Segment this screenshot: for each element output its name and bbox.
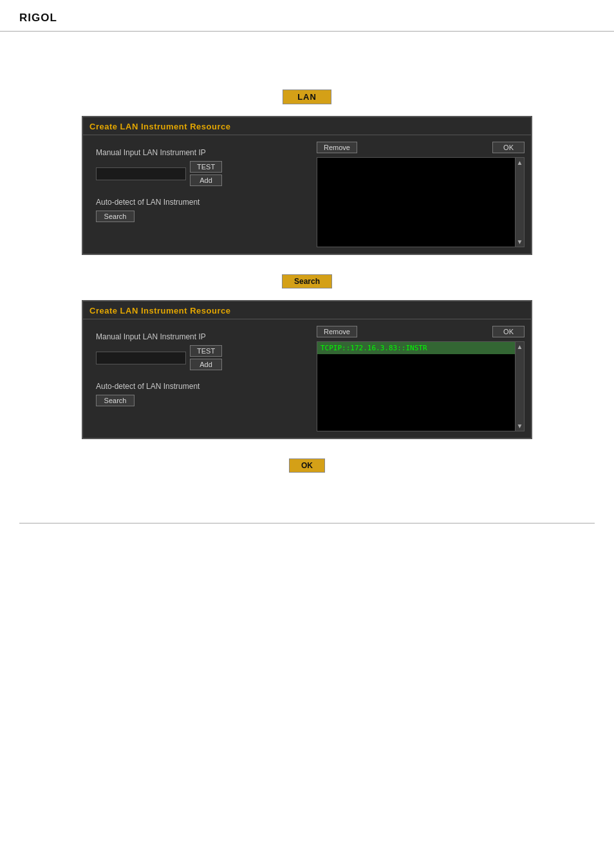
dialog1-input-row: TEST Add (96, 161, 304, 186)
dialog2-title: Create LAN Instrument Resource (89, 306, 230, 316)
dialog1-scrollbar: ▲ ▼ (515, 158, 524, 247)
dialog2-btn-col: TEST Add (190, 345, 222, 370)
dialog1-manual-label: Manual Input LAN Instrument IP (96, 148, 304, 157)
dialog2-body: Manual Input LAN Instrument IP TEST Add … (83, 319, 531, 438)
dialog1-titlebar: Create LAN Instrument Resource (83, 117, 531, 135)
brand-header: RIGOL (0, 0, 614, 32)
dialog2-right-top: Remove OK (317, 326, 525, 337)
dialog1-auto-section: Auto-detect of LAN Instrument Search (96, 198, 304, 222)
dialog2-search-button[interactable]: Search (96, 395, 135, 406)
dialog2-resource-list: TCPIP::172.16.3.83::INSTR ▲ ▼ (317, 341, 525, 431)
dialog1-right-top: Remove OK (317, 142, 525, 153)
dialog2-auto-section: Auto-detect of LAN Instrument Search (96, 382, 304, 406)
dialog2-right: Remove OK TCPIP::172.16.3.83::INSTR ▲ ▼ (317, 326, 525, 431)
brand-name: RIGOL (19, 12, 57, 24)
lan-button[interactable]: LAN (283, 90, 331, 104)
dialog2-scrollbar: ▲ ▼ (515, 342, 524, 431)
lan-button-row: LAN (39, 90, 575, 104)
dialog2-resource-item-0[interactable]: TCPIP::172.16.3.83::INSTR (317, 342, 524, 354)
dialog2: Create LAN Instrument Resource Manual In… (82, 300, 532, 439)
step1-caption-row: Search (39, 274, 575, 288)
dialog2-remove-button[interactable]: Remove (317, 326, 357, 337)
dialog1-test-button[interactable]: TEST (190, 161, 222, 173)
dialog1-search-button[interactable]: Search (96, 211, 135, 222)
dialog1-resource-list: ▲ ▼ (317, 157, 525, 247)
dialog1-add-button[interactable]: Add (190, 175, 222, 186)
dialog1-scroll-up[interactable]: ▲ (516, 158, 524, 167)
dialog2-scroll-up[interactable]: ▲ (516, 342, 524, 352)
dialog1-ok-button[interactable]: OK (492, 142, 525, 153)
dialog2-add-button[interactable]: Add (190, 359, 222, 370)
dialog1-btn-col: TEST Add (190, 161, 222, 186)
dialog2-test-button[interactable]: TEST (190, 345, 222, 357)
main-content: LAN Create LAN Instrument Resource Manua… (0, 32, 614, 504)
step1-search-caption-button[interactable]: Search (282, 274, 332, 288)
step2-caption-row: OK (39, 458, 575, 473)
dialog2-container: Create LAN Instrument Resource Manual In… (82, 300, 532, 439)
bottom-divider (19, 523, 595, 524)
dialog1: Create LAN Instrument Resource Manual In… (82, 116, 532, 255)
dialog2-left: Manual Input LAN Instrument IP TEST Add … (89, 326, 310, 431)
step2-ok-caption-button[interactable]: OK (289, 458, 325, 473)
page-wrapper: RIGOL LAN Create LAN Instrument Resource… (0, 0, 614, 868)
dialog1-right: Remove OK ▲ ▼ (317, 142, 525, 247)
dialog2-auto-label: Auto-detect of LAN Instrument (96, 382, 304, 391)
dialog2-scroll-down[interactable]: ▼ (516, 421, 524, 431)
dialog1-scroll-down[interactable]: ▼ (516, 237, 524, 247)
dialog1-left: Manual Input LAN Instrument IP TEST Add … (89, 142, 310, 247)
dialog1-remove-button[interactable]: Remove (317, 142, 357, 153)
dialog2-titlebar: Create LAN Instrument Resource (83, 301, 531, 319)
dialog1-auto-label: Auto-detect of LAN Instrument (96, 198, 304, 207)
dialog2-ok-button[interactable]: OK (492, 326, 525, 337)
dialog1-container: Create LAN Instrument Resource Manual In… (82, 116, 532, 255)
dialog2-ip-input[interactable] (96, 352, 186, 364)
dialog1-ip-input[interactable] (96, 167, 186, 180)
dialog1-title: Create LAN Instrument Resource (89, 122, 230, 131)
dialog2-manual-label: Manual Input LAN Instrument IP (96, 332, 304, 341)
dialog2-input-row: TEST Add (96, 345, 304, 370)
dialog1-body: Manual Input LAN Instrument IP TEST Add … (83, 135, 531, 254)
